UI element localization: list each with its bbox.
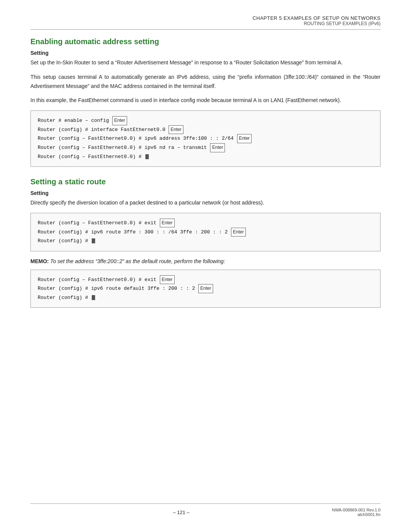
- code-text: Router (config) #: [38, 295, 91, 300]
- footer-file: atch5001.fm: [332, 512, 381, 517]
- code-text: Router (config) # ipv6 route 3ffe : 300 …: [38, 229, 231, 235]
- section-automatic-address: Enabling automatic address setting Setti…: [30, 37, 381, 167]
- enter-key: Enter: [237, 134, 252, 143]
- page: CHAPTER 5 EXAMPLES OF SETUP ON NETWORKS …: [0, 0, 411, 532]
- enter-key: Enter: [210, 143, 225, 152]
- header-chapter: CHAPTER 5 EXAMPLES OF SETUP ON NETWORKS: [30, 15, 381, 21]
- section1-code-block: Router # enable – config Enter Router (c…: [30, 110, 381, 167]
- section2-code-block1: Router (config – FastEthernet0.0) # exit…: [30, 213, 381, 251]
- page-footer: – 121 – NWA-008869-001 Rev.1.0 atch5001.…: [30, 503, 381, 517]
- footer-right: NWA-008869-001 Rev.1.0 atch5001.fm: [332, 508, 381, 517]
- code-text: Router (config – FastEthernet0.0) #: [38, 154, 145, 160]
- footer-page-number: – 121 –: [173, 510, 189, 515]
- code-line-5: Router (config – FastEthernet0.0) #: [38, 152, 373, 161]
- code-text: Router (config) #: [38, 238, 91, 244]
- code-text: Router (config – FastEthernet0.0) # exit: [38, 277, 159, 283]
- code-line-3: Router (config) #: [38, 293, 373, 302]
- code-text: Router (config) # interface FastEthernet…: [38, 127, 168, 133]
- code-line-1: Router # enable – config Enter: [38, 116, 373, 125]
- section1-title: Enabling automatic address setting: [30, 37, 381, 46]
- section2-title: Setting a static route: [30, 177, 381, 186]
- section1-para1: Set up the In-Skin Router to send a “Rou…: [30, 58, 381, 67]
- cursor: [145, 154, 149, 159]
- code-text: Router (config – FastEthernet0.0) # ipv6…: [38, 136, 237, 142]
- section2-setting-label: Setting: [30, 190, 381, 196]
- code-line-4: Router (config – FastEthernet0.0) # ipv6…: [38, 143, 373, 152]
- code-line-1: Router (config – FastEthernet0.0) # exit…: [38, 275, 373, 284]
- code-text: Router (config – FastEthernet0.0) # exit: [38, 220, 159, 226]
- header-sub: ROUTING SETUP EXAMPLES (IPv6): [30, 21, 381, 26]
- enter-key: Enter: [112, 116, 127, 125]
- code-line-1: Router (config – FastEthernet0.0) # exit…: [38, 219, 373, 228]
- section1-para2: This setup causes terminal A to automati…: [30, 73, 381, 91]
- code-line-2: Router (config) # ipv6 route default 3ff…: [38, 284, 373, 293]
- code-line-3: Router (config – FastEthernet0.0) # ipv6…: [38, 134, 373, 143]
- memo-line: MEMO: To set the address “3ffe:200::2” a…: [30, 258, 381, 264]
- enter-key: Enter: [160, 219, 175, 228]
- code-text: Router # enable – config: [38, 118, 112, 123]
- cursor: [92, 238, 95, 243]
- code-line-2: Router (config) # interface FastEthernet…: [38, 125, 373, 134]
- section2-code-block2: Router (config – FastEthernet0.0) # exit…: [30, 270, 381, 308]
- footer-doc-number: NWA-008869-001 Rev.1.0: [332, 508, 381, 512]
- enter-key: Enter: [160, 275, 175, 284]
- section1-setting-label: Setting: [30, 50, 381, 56]
- code-line-2: Router (config) # ipv6 route 3ffe : 300 …: [38, 228, 373, 237]
- code-line-3: Router (config) #: [38, 236, 373, 245]
- cursor: [92, 295, 95, 300]
- section-static-route: Setting a static route Setting Directly …: [30, 177, 381, 308]
- enter-key: Enter: [231, 228, 246, 237]
- page-header: CHAPTER 5 EXAMPLES OF SETUP ON NETWORKS …: [30, 15, 381, 30]
- memo-label: MEMO:: [30, 258, 49, 264]
- code-text: Router (config – FastEthernet0.0) # ipv6…: [38, 145, 210, 150]
- section1-para3: In this example, the FastEthernet comman…: [30, 96, 381, 105]
- code-text: Router (config) # ipv6 route default 3ff…: [38, 286, 198, 291]
- section2-para1: Directly specify the diversion location …: [30, 198, 381, 208]
- enter-key: Enter: [169, 125, 183, 134]
- memo-text: To set the address “3ffe:200::2” as the …: [49, 258, 225, 264]
- enter-key: Enter: [198, 284, 213, 293]
